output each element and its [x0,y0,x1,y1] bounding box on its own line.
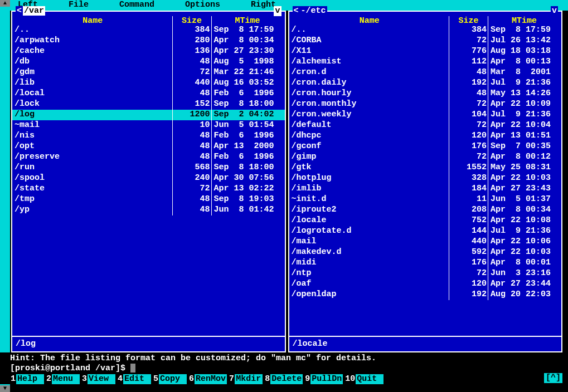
file-row[interactable]: /nis48Feb 6 1996 [12,131,285,141]
file-row[interactable]: /local48Feb 6 1996 [12,89,285,99]
file-row[interactable]: /locale752Apr 22 10:08 [289,215,562,226]
file-row[interactable]: /alchemist112Apr 8 00:13 [289,57,562,67]
file-row[interactable]: /..384Sep 8 17:59 [289,25,562,36]
fkey-renmov[interactable]: 6RenMov [188,374,227,384]
left-panel-arrow-down-icon[interactable]: v [274,6,281,16]
file-row[interactable]: /gtk1552May 25 08:31 [289,163,562,173]
file-row[interactable]: /dhcpc120Apr 13 01:51 [289,131,562,141]
file-row[interactable]: /state72Apr 13 02:22 [12,184,285,194]
fkey-quit[interactable]: 10Quit [344,374,383,384]
left-file-list[interactable]: /..384Sep 8 17:59/arpwatch280Apr 8 00:34… [12,25,285,336]
file-row[interactable]: /hotplug328Apr 22 10:03 [289,173,562,184]
fkey-menu[interactable]: 2Menu [46,374,80,384]
file-row[interactable]: /gconf176Sep 7 00:35 [289,141,562,152]
file-row[interactable]: /cron.d48Mar 8 2001 [289,67,562,78]
header-mtime[interactable]: MTime [211,16,284,25]
file-row[interactable]: /cron.hourly48May 13 14:26 [289,89,562,99]
file-size: 120 [449,279,488,290]
command-prompt[interactable]: [proski@portland /var]$ [10,364,564,374]
file-row[interactable]: /opt48Apr 13 2000 [12,141,285,152]
scroll-down-icon[interactable]: ▼ [0,385,10,392]
file-row[interactable]: /cron.weekly104Jul 9 21:36 [289,110,562,120]
file-size: 120 [449,131,488,141]
file-row[interactable]: /preserve48Feb 6 1996 [12,152,285,163]
header-size[interactable]: Size [172,16,211,25]
file-row[interactable]: /gimp72Apr 8 00:12 [289,152,562,163]
file-mtime: May 25 08:31 [488,163,560,173]
file-row[interactable]: /ntp72Jun 3 23:16 [289,268,562,279]
right-panel-arrow-down-icon[interactable]: v [551,6,558,16]
scroll-up-icon[interactable]: ▲ [0,0,10,7]
file-row[interactable]: /log1200Sep 2 04:02 [12,110,285,120]
fkey-mkdir[interactable]: 7Mkdir [229,374,263,384]
scrollbar[interactable]: ▲ ▼ [0,0,10,392]
file-size: 176 [449,258,488,268]
fkey-number: 3 [81,374,88,384]
file-mtime: Apr 13 01:51 [488,131,560,141]
file-name: /dhcpc [290,131,449,141]
file-row[interactable]: /cron.daily192Jul 9 21:36 [289,78,562,89]
left-panel[interactable]: </var v Name Size MTime /..384Sep 8 17:5… [11,11,286,352]
file-size: 208 [449,205,488,215]
file-row[interactable]: /lock152Sep 8 18:00 [12,99,285,110]
file-row[interactable]: /imlib184Apr 27 23:43 [289,184,562,194]
file-row[interactable]: /cache136Apr 27 23:30 [12,46,285,57]
right-panel-path[interactable]: -/etc [300,6,327,16]
right-file-list[interactable]: /..384Sep 8 17:59/CORBA72Jul 26 13:42/X1… [289,25,562,336]
file-row[interactable]: /midi176Apr 8 00:01 [289,258,562,268]
right-panel-arrow-left-icon[interactable]: < [293,6,300,16]
left-panel-path[interactable]: /var [23,6,45,16]
file-row[interactable]: ~mail10Jun 5 01:54 [12,120,285,131]
file-row[interactable]: /CORBA72Jul 26 13:42 [289,36,562,46]
file-size: 48 [449,67,488,78]
file-name: /oaf [290,279,449,290]
file-name: /cron.hourly [290,89,449,99]
file-row[interactable]: /..384Sep 8 17:59 [12,25,285,36]
file-row[interactable]: /iproute2208Apr 8 00:34 [289,205,562,215]
file-name: /logrotate.d [290,226,449,237]
file-row[interactable]: /logrotate.d144Jul 9 21:36 [289,226,562,237]
file-name: /arpwatch [13,36,172,46]
file-size: 568 [172,163,211,173]
fkey-pulldn[interactable]: 9PullDn [304,374,343,384]
file-row[interactable]: /run568Sep 8 18:00 [12,163,285,173]
file-size: 384 [449,25,488,36]
fkey-edit[interactable]: 4Edit [117,374,151,384]
file-row[interactable]: /mail440Apr 22 10:06 [289,237,562,247]
header-mtime[interactable]: MTime [488,16,560,25]
fkey-help[interactable]: 1Help [10,374,44,384]
file-row[interactable]: /yp48Jun 8 01:42 [12,205,285,215]
right-panel[interactable]: <-/etc v Name Size MTime /..384Sep 8 17:… [288,11,563,352]
file-row[interactable]: /X11776Aug 18 03:18 [289,46,562,57]
file-name: /openldap [290,290,449,300]
file-row[interactable]: /gdm72Mar 22 21:46 [12,67,285,78]
fkey-copy[interactable]: 5Copy [153,374,187,384]
file-size: 72 [449,36,488,46]
file-row[interactable]: ~init.d11Jun 5 01:37 [289,194,562,205]
left-panel-arrow-left-icon[interactable]: < [16,6,23,16]
caret-indicator[interactable]: [^] [544,373,562,383]
fkey-number: 8 [264,374,270,384]
file-row[interactable]: /oaf120Apr 27 23:44 [289,279,562,290]
file-size: 144 [449,226,488,237]
fkey-view[interactable]: 3View [81,374,115,384]
file-row[interactable]: /openldap192Aug 20 22:03 [289,290,562,300]
file-name: /run [13,163,172,173]
file-row[interactable]: /default72Apr 22 10:04 [289,120,562,131]
header-name[interactable]: Name [13,16,172,25]
fkey-delete[interactable]: 8Delete [264,374,303,384]
file-row[interactable]: /cron.monthly72Apr 22 10:09 [289,99,562,110]
file-name: /gtk [290,163,449,173]
file-row[interactable]: /makedev.d592Apr 22 10:03 [289,247,562,258]
fkey-label: Mkdir [235,374,263,384]
header-size[interactable]: Size [449,16,488,25]
file-row[interactable]: /tmp48Sep 8 19:03 [12,194,285,205]
file-row[interactable]: /spool240Apr 30 07:56 [12,173,285,184]
header-name[interactable]: Name [290,16,449,25]
file-size: 136 [172,46,211,57]
fkey-number: 4 [117,374,123,384]
file-row[interactable]: /arpwatch280Apr 8 00:34 [12,36,285,46]
file-row[interactable]: /db48Aug 5 1998 [12,57,285,67]
file-row[interactable]: /lib440Aug 16 03:52 [12,78,285,89]
file-mtime: Apr 27 23:30 [211,46,284,57]
